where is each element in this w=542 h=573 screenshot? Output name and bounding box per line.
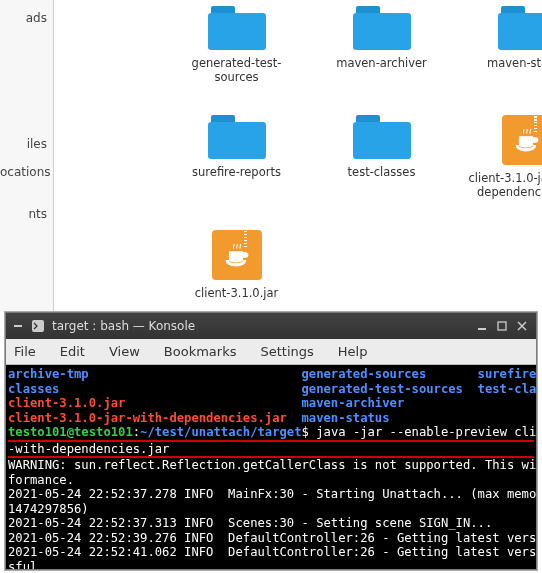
file-icon-area[interactable]: generated-test-sourcesmaven-archivermave… xyxy=(54,0,542,312)
file-label: surefire-reports xyxy=(192,165,281,179)
sidebar-item[interactable]: nts xyxy=(0,200,53,228)
folder-item[interactable]: surefire-reports xyxy=(164,115,309,200)
sidebar-item[interactable]: ocations xyxy=(0,158,53,186)
file-label: client-3.1.0-jar-with-dependencies.jar xyxy=(464,171,542,200)
folder-item[interactable]: generated-test-sources xyxy=(164,6,309,85)
terminal-body[interactable]: archive-tmp generated-sources surefire-r… xyxy=(6,365,536,569)
file-label: maven-archiver xyxy=(336,56,427,70)
folder-item[interactable]: test-classes xyxy=(309,115,454,200)
sidebar-item[interactable]: ads xyxy=(0,4,53,32)
file-item-jar[interactable]: client-3.1.0.jar xyxy=(164,230,309,300)
terminal-titlebar[interactable]: target : bash — Konsole xyxy=(6,313,536,339)
folder-icon xyxy=(208,115,266,159)
minimize-button[interactable] xyxy=(472,316,492,336)
menu-help[interactable]: Help xyxy=(338,344,368,359)
svg-rect-2 xyxy=(14,325,22,327)
sidebar-item[interactable]: iles xyxy=(0,130,53,158)
file-label: client-3.1.0.jar xyxy=(195,286,279,300)
terminal-menubar: File Edit View Bookmarks Settings Help xyxy=(6,339,536,365)
menu-bookmarks[interactable]: Bookmarks xyxy=(164,344,237,359)
close-button[interactable] xyxy=(512,316,532,336)
menu-view[interactable]: View xyxy=(109,344,140,359)
jar-icon xyxy=(502,115,543,165)
svg-point-0 xyxy=(519,142,532,146)
file-item-jar[interactable]: client-3.1.0-jar-with-dependencies.jar xyxy=(454,115,542,200)
app-menu-icon[interactable] xyxy=(10,318,26,334)
svg-rect-4 xyxy=(478,328,486,330)
svg-point-1 xyxy=(229,257,242,261)
svg-rect-5 xyxy=(498,322,506,330)
terminal-app-icon xyxy=(30,318,46,334)
jar-icon xyxy=(212,230,262,280)
file-label: generated-test-sources xyxy=(174,56,299,85)
folder-icon xyxy=(208,6,266,50)
folder-icon xyxy=(498,6,543,50)
file-manager-pane: ads iles ocations nts generated-test-sou… xyxy=(0,0,542,312)
file-label: test-classes xyxy=(348,165,416,179)
folder-icon xyxy=(353,115,411,159)
file-label: maven-status xyxy=(487,56,542,70)
folder-icon xyxy=(353,6,411,50)
folder-item[interactable]: maven-archiver xyxy=(309,6,454,85)
menu-file[interactable]: File xyxy=(14,344,36,359)
maximize-button[interactable] xyxy=(492,316,512,336)
sidebar: ads iles ocations nts xyxy=(0,0,54,312)
menu-settings[interactable]: Settings xyxy=(260,344,313,359)
terminal-window: target : bash — Konsole File Edit View B… xyxy=(5,312,537,570)
svg-rect-3 xyxy=(32,320,44,332)
folder-item[interactable]: maven-status xyxy=(454,6,542,85)
menu-edit[interactable]: Edit xyxy=(60,344,85,359)
window-title: target : bash — Konsole xyxy=(50,319,468,333)
